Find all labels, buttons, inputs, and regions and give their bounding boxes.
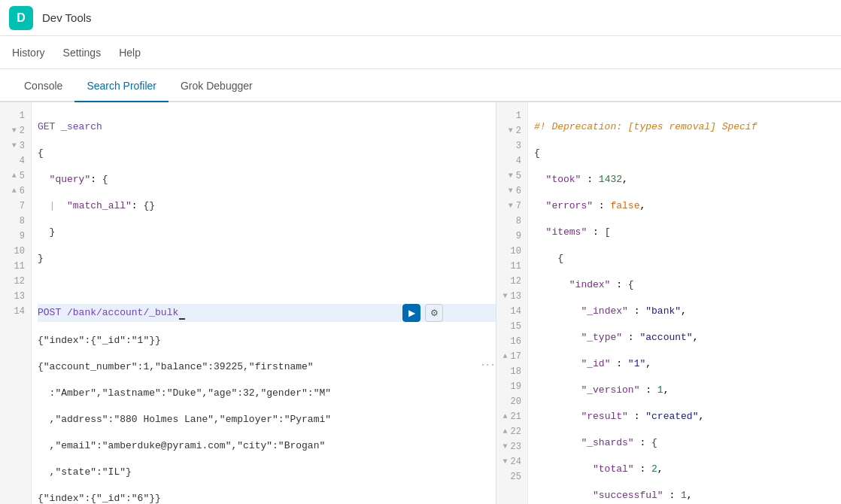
right-line-numbers: 1 ▼2 3 4 ▼5 ▼6 ▼7 8 9 10 11 12 ▼13 14 15… <box>496 102 528 504</box>
app-title: Dev Tools <box>42 11 92 24</box>
app-icon: D <box>9 6 33 30</box>
run-button[interactable]: ▶ <box>402 304 420 322</box>
nav-settings[interactable]: Settings <box>63 36 102 68</box>
code-line: "_id" : "1", <box>534 357 841 372</box>
code-line: } <box>38 225 496 240</box>
code-line: "_index" : "bank", <box>534 304 841 319</box>
code-line: ,"email":"amberduke@pyrami.com","city":"… <box>38 439 496 454</box>
code-line <box>38 278 496 293</box>
code-line: } <box>38 251 496 266</box>
tab-bar: Console Search Profiler Grok Debugger <box>0 69 841 102</box>
right-code-area: 1 ▼2 3 4 ▼5 ▼6 ▼7 8 9 10 11 12 ▼13 14 15… <box>496 102 841 504</box>
code-line: GET _search <box>38 120 496 135</box>
code-line: "took" : 1432, <box>534 172 841 187</box>
code-line: { <box>534 251 841 266</box>
code-line: {"index":{"_id":"1"}} <box>38 333 496 348</box>
right-output-pane: 1 ▼2 3 4 ▼5 ▼6 ▼7 8 9 10 11 12 ▼13 14 15… <box>496 102 841 504</box>
code-line: | "match_all": {} <box>38 199 496 214</box>
code-line: {"account_number":1,"balance":39225,"fir… <box>38 360 496 375</box>
tab-search-profiler[interactable]: Search Profiler <box>74 71 169 102</box>
code-line: "query": { <box>38 172 496 187</box>
tab-grok-debugger[interactable]: Grok Debugger <box>169 71 265 102</box>
tab-console[interactable]: Console <box>12 71 74 102</box>
code-line: "_version" : 1, <box>534 383 841 398</box>
code-line-highlight: POST /bank/account/_bulk ▶⚙ <box>38 304 496 322</box>
code-line: "successful" : 1, <box>534 488 841 503</box>
code-line: ,"state":"IL"} <box>38 465 496 480</box>
code-line: :"Amber","lastname":"Duke","age":32,"gen… <box>38 386 496 401</box>
nav-bar: History Settings Help <box>0 36 841 69</box>
code-line: { <box>534 146 841 161</box>
code-line: "_type" : "account", <box>534 330 841 345</box>
code-line: "total" : 2, <box>534 462 841 477</box>
code-line: ,"address":"880 Holmes Lane","employer":… <box>38 412 496 427</box>
main-content: 1 ▼2 ▼3 4 ▲5 ▲6 7 8 9 10 11 12 1 <box>0 102 841 504</box>
code-line: "_shards" : { <box>534 436 841 451</box>
code-line: "errors" : false, <box>534 199 841 214</box>
left-code-content[interactable]: GET _search { "query": { | "match_all": … <box>32 102 496 504</box>
divider-dots: ⋮ <box>480 358 496 369</box>
left-line-numbers: 1 ▼2 ▼3 4 ▲5 ▲6 7 8 9 10 11 12 1 <box>0 102 32 504</box>
tools-button[interactable]: ⚙ <box>425 304 443 322</box>
left-editor-pane[interactable]: 1 ▼2 ▼3 4 ▲5 ▲6 7 8 9 10 11 12 1 <box>0 102 496 504</box>
top-bar: D Dev Tools <box>0 0 841 36</box>
right-code-content: #! Deprecation: [types removal] Specif {… <box>528 102 841 504</box>
code-line: {"index":{"_id":"6"}} <box>38 491 496 504</box>
code-line: "items" : [ <box>534 225 841 240</box>
code-line: "index" : { <box>534 278 841 293</box>
code-line: #! Deprecation: [types removal] Specif <box>534 120 841 135</box>
nav-history[interactable]: History <box>12 36 45 68</box>
left-code-area: 1 ▼2 ▼3 4 ▲5 ▲6 7 8 9 10 11 12 1 <box>0 102 496 504</box>
code-line: "result" : "created", <box>534 409 841 424</box>
nav-help[interactable]: Help <box>119 36 141 68</box>
code-line: { <box>38 146 496 161</box>
